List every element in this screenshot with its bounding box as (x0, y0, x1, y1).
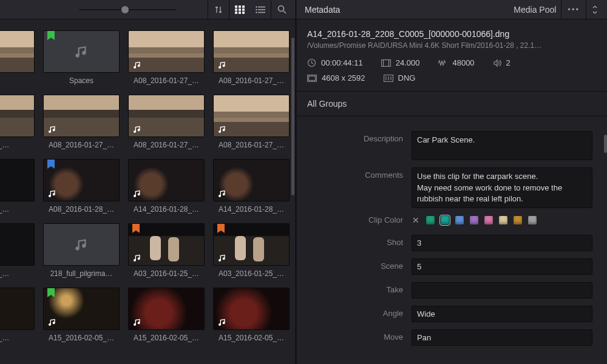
clip-label: A14_2016-01-28_… (219, 205, 284, 214)
svg-rect-0 (235, 5, 237, 8)
clip-color-swatch[interactable] (441, 216, 449, 224)
clip-color-swatch[interactable] (514, 216, 522, 224)
film-icon (381, 59, 391, 67)
svg-rect-7 (239, 12, 241, 14)
clip-label: A14_2016-01-28_… (134, 205, 199, 214)
waveform-icon (438, 59, 447, 67)
clip-label: 1-28_… (0, 269, 9, 278)
metadata-scrollbar[interactable] (604, 135, 607, 153)
move-input[interactable] (412, 329, 592, 346)
flag-icon (132, 224, 140, 233)
svg-rect-12 (258, 9, 265, 10)
audio-badge-icon (217, 124, 227, 134)
svg-rect-6 (235, 12, 237, 14)
description-label: Description (296, 131, 412, 143)
clip-item[interactable]: A14_2016-01-28_… (127, 159, 206, 214)
clip-item[interactable]: A08_2016-01-27_… (42, 95, 121, 149)
clip-label: A08_2016-01-27_… (219, 141, 284, 149)
media-toolbar (0, 0, 296, 19)
thumbnail-size-slider[interactable] (79, 9, 176, 10)
scene-input[interactable] (412, 258, 592, 275)
audio-badge-icon (47, 317, 57, 327)
audio-badge-icon (217, 189, 227, 198)
flag-icon (47, 288, 55, 297)
svg-rect-2 (242, 5, 245, 8)
svg-rect-14 (258, 12, 265, 13)
clip-color-swatch[interactable] (426, 216, 435, 224)
grid-view-icon[interactable] (229, 0, 250, 19)
resolution-field: 4608 x 2592 (307, 73, 365, 83)
move-label: Move (296, 329, 412, 342)
clip-item[interactable]: 1-28_… (0, 223, 36, 278)
clip-item[interactable]: 2-05_… (0, 288, 36, 342)
audio-badge-icon (132, 189, 142, 198)
clip-item[interactable]: A15_2016-02-05_… (42, 288, 121, 342)
svg-rect-3 (235, 8, 237, 11)
fps-field: 24.000 (381, 58, 420, 67)
clip-item[interactable]: 1-28_… (0, 159, 36, 214)
search-icon[interactable] (271, 0, 292, 19)
clip-label: A03_2016-01-25_… (219, 269, 284, 278)
clip-color-swatch[interactable] (499, 216, 507, 224)
music-icon (73, 237, 89, 252)
clip-label: A08_2016-01-27_… (219, 76, 284, 85)
clip-item[interactable]: 218_full_pilgrima… (42, 223, 121, 278)
audio-badge-icon (217, 253, 227, 263)
audio-badge-icon (47, 189, 57, 198)
svg-point-15 (278, 6, 283, 12)
description-input[interactable] (412, 131, 592, 160)
svg-point-11 (256, 8, 257, 10)
flag-icon (217, 224, 225, 233)
scene-label: Scene (296, 258, 412, 271)
clip-item[interactable]: A03_2016-01-25_… (127, 223, 206, 278)
audio-badge-icon (132, 317, 142, 327)
clip-item[interactable]: A08_2016-01-27_… (212, 95, 291, 149)
clip-label: A08_2016-01-27_… (49, 141, 114, 149)
audio-rate-field: 48000 (438, 58, 474, 67)
sort-icon[interactable] (208, 0, 229, 19)
audio-badge-icon (217, 317, 227, 327)
metadata-preset-menu[interactable]: Media Pool (509, 5, 561, 15)
clip-item[interactable]: A08_2016-01-27_… (212, 30, 291, 85)
audio-badge-icon (132, 60, 142, 70)
svg-point-13 (256, 12, 257, 13)
codec-icon (384, 75, 393, 82)
clip-label: A08_2016-01-27_… (134, 76, 199, 85)
angle-label: Angle (296, 306, 412, 318)
comments-input[interactable] (412, 167, 592, 208)
clip-label: A15_2016-02-05_… (219, 334, 284, 342)
clip-item[interactable]: A08_2016-01-27_… (127, 30, 206, 85)
clip-item[interactable]: A15_2016-02-05_… (127, 288, 206, 342)
angle-input[interactable] (412, 306, 592, 322)
clip-color-swatch[interactable] (455, 216, 464, 224)
clip-item[interactable]: A08_2016-01-27_… (127, 95, 206, 149)
clip-color-swatch[interactable] (470, 216, 478, 224)
clip-label: 1-28_… (0, 205, 9, 214)
media-scrollbar[interactable] (291, 38, 294, 195)
clip-color-swatch[interactable] (484, 216, 493, 224)
clip-color-swatch[interactable] (528, 216, 537, 224)
codec-field: DNG (384, 73, 416, 83)
clip-item[interactable]: A08_2016-01-28_… (42, 159, 121, 214)
more-options-icon[interactable]: ••• (561, 5, 586, 14)
take-input[interactable] (412, 282, 592, 298)
metadata-title: Metadata (305, 5, 340, 15)
shot-input[interactable] (412, 235, 592, 251)
clip-item[interactable]: Spaces (42, 30, 121, 85)
clip-label: Spaces (69, 76, 93, 85)
audio-badge-icon (132, 253, 142, 263)
clip-item[interactable]: A15_2016-02-05_… (212, 288, 291, 342)
clip-filename: A14_2016-01-28_2208_C0005_[000000-001066… (307, 29, 596, 39)
flag-icon (47, 31, 55, 40)
clip-label: 1-27_… (0, 141, 9, 149)
list-view-icon[interactable] (250, 0, 271, 19)
svg-rect-5 (242, 8, 245, 11)
clip-color-clear[interactable]: ✕ (412, 215, 420, 225)
comments-label: Comments (296, 167, 412, 180)
clip-item[interactable]: ss (0, 30, 36, 85)
clip-item[interactable]: A14_2016-01-28_… (212, 159, 291, 214)
svg-rect-20 (309, 76, 316, 80)
clip-item[interactable]: A03_2016-01-25_… (212, 223, 291, 278)
clip-item[interactable]: 1-27_… (0, 95, 36, 149)
expand-icon[interactable] (586, 0, 603, 19)
